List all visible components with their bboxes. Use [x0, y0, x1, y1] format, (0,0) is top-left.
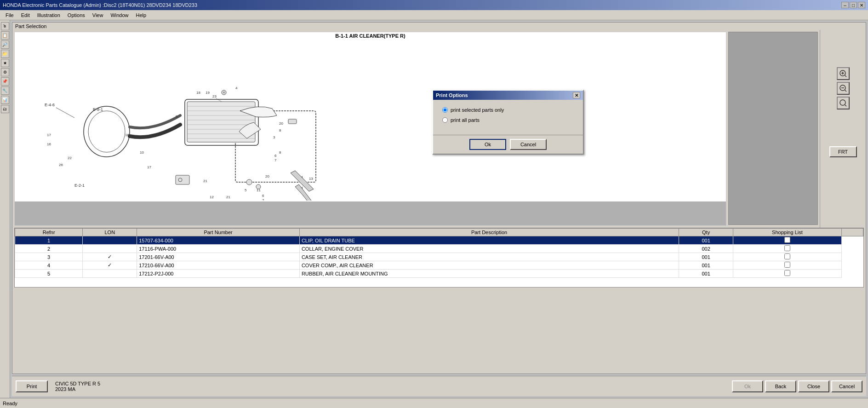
dialog-content: print selected parts only print all part…: [433, 100, 583, 135]
dialog-cancel-button[interactable]: Cancel: [510, 139, 547, 150]
dialog-ok-button[interactable]: Ok: [469, 139, 506, 150]
radio-all-parts[interactable]: [442, 117, 448, 123]
radio-option-all: print all parts: [442, 117, 574, 123]
radio-option-selected: print selected parts only: [442, 107, 574, 113]
radio-all-label: print all parts: [451, 117, 480, 123]
print-options-dialog: Print Options ✕ print selected parts onl…: [432, 90, 584, 155]
radio-selected-label: print selected parts only: [451, 107, 504, 113]
radio-selected-parts[interactable]: [442, 107, 448, 113]
dialog-buttons: Ok Cancel: [433, 135, 583, 154]
dialog-close-btn[interactable]: ✕: [573, 92, 580, 98]
dialog-title: Print Options: [436, 92, 468, 98]
dialog-overlay: Print Options ✕ print selected parts onl…: [0, 0, 868, 408]
dialog-titlebar: Print Options ✕: [433, 91, 583, 100]
